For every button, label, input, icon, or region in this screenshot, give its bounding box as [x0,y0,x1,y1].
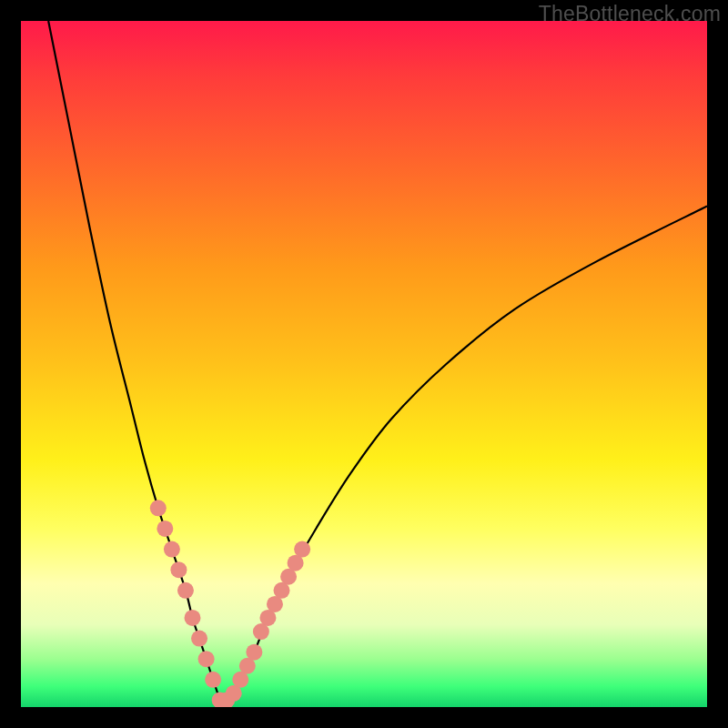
highlight-dot [246,644,262,661]
highlight-dot [198,651,215,667]
highlight-dot [170,561,187,578]
highlight-dot [150,500,167,516]
highlight-dot [205,672,221,688]
highlight-dot [191,631,207,647]
chart-plot-area [21,21,707,707]
highlight-dot [294,541,310,558]
bottleneck-curve-svg [21,21,707,707]
highlight-dot [177,582,194,599]
highlight-dot [185,610,201,626]
watermark-text: TheBottleneck.com [539,2,721,26]
curve-left-branch [48,21,220,700]
highlight-dot [157,521,173,537]
curve-right-branch [220,207,707,701]
highlight-dot-group [150,500,310,707]
highlight-dot [164,541,180,558]
